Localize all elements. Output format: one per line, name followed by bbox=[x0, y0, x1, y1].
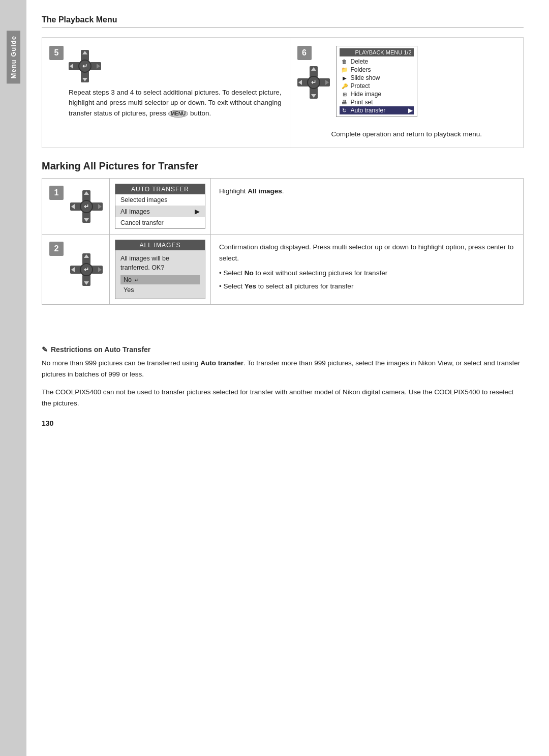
dpad-arrow-up bbox=[82, 51, 87, 54]
dpad-arm-right bbox=[90, 62, 101, 70]
menu-item-delete: Delete bbox=[340, 57, 414, 66]
lock-icon: 🔑 bbox=[341, 83, 349, 89]
marking-heading: Marking All Pictures for Transfer bbox=[42, 160, 524, 172]
sidebar: Menu Guide bbox=[0, 0, 26, 756]
s1-dpad-center: ↵ bbox=[80, 200, 93, 213]
step2-bullet2-bold: Yes bbox=[245, 282, 256, 290]
s2-arrow-down bbox=[84, 281, 89, 285]
dpad6-arrow-left bbox=[298, 80, 302, 85]
menu-item-auto: ↻ Auto transfer ▶ bbox=[340, 106, 414, 114]
all-images-title: ALL IMAGES bbox=[115, 240, 205, 250]
dpad6-center: ↵ bbox=[307, 76, 320, 89]
step2-desc-col: Confirmation dialog displayed. Press mul… bbox=[211, 235, 523, 304]
at-item-cancel: Cancel transfer bbox=[115, 217, 205, 228]
hide-icon: ⊞ bbox=[341, 92, 349, 97]
step2-dpad-col: ↵ bbox=[64, 235, 109, 304]
dpad-enter-icon: ↵ bbox=[82, 63, 87, 70]
page-wrapper: Menu Guide The Playback Menu 5 bbox=[0, 0, 549, 756]
s1-arrow-up bbox=[84, 191, 89, 195]
restrictions-section: ✎ Restrictions on Auto Transfer No more … bbox=[42, 345, 524, 409]
at-item-all: All images ▶ bbox=[115, 206, 205, 217]
auto-transfer-title: AUTO TRANSFER bbox=[115, 184, 205, 194]
menu-item-hide-label: Hide image bbox=[351, 91, 382, 98]
page-number: 130 bbox=[42, 419, 524, 427]
menu-item-folders-label: Folders bbox=[351, 66, 371, 73]
at-item-all-arrow: ▶ bbox=[195, 208, 200, 215]
auto-arrow-icon: ▶ bbox=[408, 107, 413, 114]
menu-item-delete-label: Delete bbox=[351, 58, 369, 65]
dpad-center: ↵ bbox=[78, 60, 92, 73]
at-item-all-label: All images bbox=[120, 208, 150, 215]
menu-item-auto-label: Auto transfer bbox=[351, 107, 386, 114]
dpad6-arrow-up bbox=[311, 67, 316, 71]
option-no-label: No bbox=[124, 276, 132, 283]
step2-bullet1-bold: No bbox=[245, 269, 254, 277]
steps-5-6-container: 5 bbox=[42, 37, 524, 148]
step2-desc-intro: Confirmation dialog displayed. Press mul… bbox=[219, 242, 515, 264]
dpad-arm-down bbox=[81, 71, 89, 82]
dpad6-arrow-down bbox=[311, 94, 316, 98]
dpad6-arm-down bbox=[310, 88, 318, 99]
step1-dpad: ↵ bbox=[70, 190, 103, 223]
step-6-cell: 6 bbox=[290, 38, 524, 148]
restrictions-heading-label: Restrictions on Auto Transfer bbox=[51, 345, 150, 354]
option-yes: Yes bbox=[120, 285, 200, 295]
step-5-number: 5 bbox=[49, 46, 64, 60]
auto-transfer-menu: AUTO TRANSFER Selected images All images… bbox=[115, 184, 205, 229]
step1-dpad-col: ↵ bbox=[64, 179, 109, 234]
menu-item-folders: Folders bbox=[340, 66, 414, 74]
auto-icon: ↻ bbox=[341, 107, 349, 114]
marking-row-1: 1 bbox=[42, 179, 523, 235]
trash-icon bbox=[341, 59, 349, 65]
at-item-cancel-label: Cancel transfer bbox=[120, 219, 164, 226]
menu-item-print-label: Print set bbox=[351, 99, 373, 106]
folder-icon bbox=[341, 67, 349, 73]
step1-desc-suffix: . bbox=[282, 187, 284, 195]
at-item-selected: Selected images bbox=[115, 194, 205, 206]
slides-icon: ▶ bbox=[341, 75, 349, 81]
menu-item-slideshow: ▶ Slide show bbox=[340, 74, 414, 82]
s1-arrow-right bbox=[98, 204, 102, 209]
step1-desc-bold: All images bbox=[248, 187, 282, 195]
step-6-number: 6 bbox=[297, 46, 312, 60]
step2-bullet2-suffix: to select all pictures for transfer bbox=[256, 282, 353, 290]
restrictions-heading: ✎ Restrictions on Auto Transfer bbox=[42, 345, 524, 354]
all-images-options: No ↵ Yes bbox=[120, 275, 200, 295]
sidebar-tab: Menu Guide bbox=[7, 31, 20, 83]
dpad-arrow-left bbox=[70, 64, 73, 69]
step-5-text: Repeat steps 3 and 4 to select additiona… bbox=[69, 88, 283, 119]
step-6-inner: 6 bbox=[290, 38, 524, 125]
marking-step-2-number: 2 bbox=[49, 242, 64, 256]
dpad6-arrow-right bbox=[325, 80, 329, 85]
step-5-dpad: ↵ bbox=[69, 50, 101, 82]
dpad6-arm-right bbox=[319, 78, 330, 86]
s2-dpad-right bbox=[92, 266, 103, 274]
s2-enter-icon: ↵ bbox=[84, 266, 89, 273]
step2-bullet2-prefix: Select bbox=[223, 282, 244, 290]
step2-menu-col: ALL IMAGES All images will be tranferred… bbox=[109, 235, 211, 304]
step-5-cell: 5 bbox=[42, 38, 290, 148]
option-no: No ↵ bbox=[120, 275, 200, 284]
step2-bullet1: • Select No to exit without selecting pi… bbox=[219, 268, 515, 279]
all-images-menu: ALL IMAGES All images will be tranferred… bbox=[115, 240, 205, 299]
menu-item-protect: 🔑 Protect bbox=[340, 82, 414, 90]
option-yes-label: Yes bbox=[124, 286, 134, 294]
playback-menu-title: PLAYBACK MENU 1/2 bbox=[340, 48, 414, 56]
step-6-dpad: ↵ bbox=[297, 66, 330, 99]
step1-desc-col: Highlight All images. bbox=[211, 179, 523, 234]
all-images-body: All images will be tranferred. OK? No ↵ … bbox=[115, 250, 205, 299]
dpad-arrow-right bbox=[97, 64, 100, 69]
s1-dpad-down bbox=[82, 212, 90, 223]
auto-transfer-bold: Auto transfer bbox=[200, 359, 243, 367]
menu-item-print: 🖶 Print set bbox=[340, 98, 414, 106]
step2-bullet2: • Select Yes to select all pictures for … bbox=[219, 281, 515, 292]
dpad6-enter-icon: ↵ bbox=[311, 79, 316, 86]
step2-dpad: ↵ bbox=[70, 253, 103, 286]
marking-step-1-number: 1 bbox=[49, 186, 64, 200]
menu-item-protect-label: Protect bbox=[351, 82, 370, 90]
step-6-below-text: Complete operation and return to playbac… bbox=[290, 125, 524, 148]
playback-menu-screenshot: PLAYBACK MENU 1/2 Delete Folders ▶ bbox=[336, 46, 417, 117]
at-item-selected-label: Selected images bbox=[120, 196, 167, 203]
page-title: The Playback Menu bbox=[42, 15, 524, 28]
step1-desc-prefix: Highlight bbox=[219, 187, 248, 195]
